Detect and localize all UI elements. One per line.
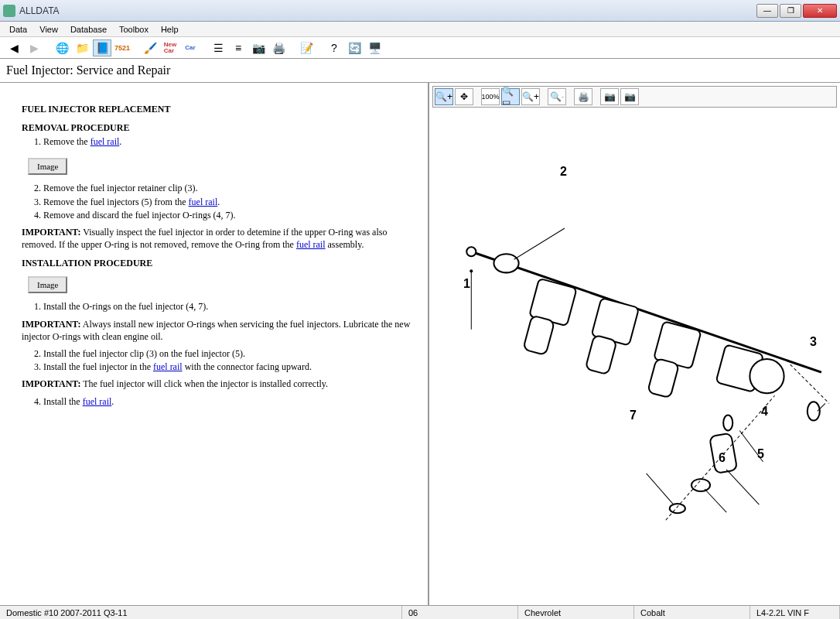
maximize-button[interactable]: ❐: [780, 4, 801, 18]
help-icon[interactable]: ?: [325, 39, 343, 56]
app-icon: [3, 5, 15, 17]
svg-line-19: [790, 364, 829, 403]
svg-rect-8: [586, 335, 617, 375]
svg-rect-10: [647, 358, 679, 398]
status-make: Chevrolet: [518, 606, 634, 619]
important-note-2: IMPORTANT: Always install new injector O…: [22, 318, 414, 343]
info-icon[interactable]: 📘: [93, 39, 111, 56]
important-note-1: IMPORTANT: Visually inspect the fuel inj…: [22, 226, 414, 251]
installation-heading: INSTALLATION PROCEDURE: [22, 257, 414, 269]
paint-icon[interactable]: 🖌️: [141, 39, 159, 56]
folder-icon[interactable]: 📁: [73, 39, 91, 56]
image-toolbar: 🔍+ ✥ 100% 🔍▭ 🔍+ 🔍- 🖨️ 📷 📷: [432, 86, 837, 108]
display-icon[interactable]: 🖥️: [365, 39, 384, 56]
status-model: Cobalt: [634, 606, 750, 619]
install-step-2: Install the fuel injector clip (3) on th…: [43, 347, 414, 360]
svg-point-14: [691, 479, 710, 491]
car-icon[interactable]: Car: [181, 39, 200, 56]
article-panel: FUEL INJECTOR REPLACEMENT REMOVAL PROCED…: [0, 83, 429, 606]
menu-toolbox[interactable]: Toolbox: [113, 23, 155, 36]
svg-point-4: [470, 269, 473, 272]
diagram-label-5: 5: [757, 447, 764, 461]
diagram-label-7: 7: [630, 409, 637, 422]
important-note-3: IMPORTANT: The fuel injector will click …: [22, 378, 414, 390]
page-title: Fuel Injector: Service and Repair: [0, 59, 840, 83]
menu-data[interactable]: Data: [3, 23, 33, 36]
svg-line-0: [471, 251, 821, 372]
removal-step-2: Remove the fuel injector retainer clip (…: [43, 182, 414, 194]
minimize-button[interactable]: —: [756, 4, 778, 18]
image-button[interactable]: Image: [28, 276, 67, 294]
removal-step-1: Remove the fuel rail.: [43, 135, 414, 148]
note-icon[interactable]: 📝: [297, 39, 316, 56]
print-image-icon[interactable]: 🖨️: [574, 88, 592, 105]
fuel-rail-link[interactable]: fuel rail: [153, 361, 183, 372]
camera-icon[interactable]: 📷: [249, 39, 268, 56]
camera-on-icon[interactable]: 📷: [620, 88, 639, 105]
window-titlebar: ALLDATA — ❐ ✕: [0, 0, 840, 22]
menu-database[interactable]: Database: [64, 23, 113, 36]
svg-line-24: [705, 489, 726, 512]
svg-point-2: [493, 254, 518, 272]
list2-icon[interactable]: ≡: [229, 39, 248, 56]
status-engine: L4-2.2L VIN F: [750, 606, 840, 619]
diagram-label-2: 2: [560, 165, 567, 179]
fuel-rail-link[interactable]: fuel rail: [189, 197, 218, 207]
install-step-3: Install the fuel injector in the fuel ra…: [43, 361, 414, 373]
fuel-rail-link[interactable]: fuel rail: [83, 396, 112, 407]
svg-line-23: [726, 470, 759, 504]
svg-point-1: [466, 247, 476, 256]
diagram-label-3: 3: [810, 335, 817, 349]
status-year: 06: [402, 606, 518, 619]
badge-icon[interactable]: 7521: [113, 39, 131, 56]
svg-point-16: [750, 359, 784, 393]
menu-view[interactable]: View: [33, 23, 64, 36]
list-icon[interactable]: ☰: [209, 39, 227, 56]
forward-button[interactable]: ▶: [25, 39, 43, 56]
removal-step-3: Remove the fuel injectors (5) from the f…: [43, 196, 414, 208]
image-panel: 🔍+ ✥ 100% 🔍▭ 🔍+ 🔍- 🖨️ 📷 📷: [429, 83, 840, 606]
refresh-icon[interactable]: 🔄: [345, 39, 364, 56]
article-heading: FUEL INJECTOR REPLACEMENT: [22, 103, 414, 115]
install-step-1: Install the O-rings on the fuel injector…: [43, 300, 414, 313]
removal-step-4: Remove and discard the fuel injector O-r…: [43, 209, 414, 221]
menubar: Data View Database Toolbox Help: [0, 22, 840, 37]
print-icon[interactable]: 🖨️: [269, 39, 288, 56]
diagram-label-1: 1: [463, 277, 470, 291]
zoom-in-icon[interactable]: 🔍+: [435, 88, 453, 105]
removal-heading: REMOVAL PROCEDURE: [22, 121, 414, 134]
back-button[interactable]: ◀: [5, 39, 23, 56]
zoom-fit-icon[interactable]: 🔍▭: [501, 88, 520, 105]
status-bar: Domestic #10 2007-2011 Q3-11 06 Chevrole…: [0, 605, 840, 619]
svg-rect-6: [523, 316, 555, 356]
fuel-rail-link[interactable]: fuel rail: [296, 239, 326, 250]
close-button[interactable]: ✕: [803, 4, 837, 18]
main-toolbar: ◀ ▶ 🌐 📁 📘 7521 🖌️ NewCar Car ☰ ≡ 📷 🖨️ 📝 …: [0, 37, 840, 59]
zoom-out-icon[interactable]: 🔍-: [548, 88, 566, 105]
diagram-label-6: 6: [719, 451, 726, 465]
zoom-100-icon[interactable]: 100%: [481, 88, 500, 105]
svg-line-20: [514, 228, 565, 259]
diagram-view[interactable]: 2 1 3 4 5 6 7: [432, 111, 837, 603]
fuel-rail-link[interactable]: fuel rail: [90, 136, 120, 147]
svg-line-25: [647, 474, 674, 504]
globe-icon[interactable]: 🌐: [53, 39, 71, 56]
status-source: Domestic #10 2007-2011 Q3-11: [0, 606, 402, 619]
new-car-icon[interactable]: NewCar: [161, 39, 179, 56]
menu-help[interactable]: Help: [155, 23, 185, 36]
window-title: ALLDATA: [19, 5, 60, 16]
camera-off-icon[interactable]: 📷: [600, 88, 619, 105]
svg-point-12: [723, 415, 732, 430]
image-button[interactable]: Image: [28, 158, 67, 176]
diagram-label-4: 4: [761, 405, 768, 419]
zoom-plus-icon[interactable]: 🔍+: [521, 88, 540, 105]
move-icon[interactable]: ✥: [455, 88, 473, 105]
install-step-4: Install the fuel rail.: [43, 395, 414, 408]
svg-point-15: [670, 504, 685, 513]
